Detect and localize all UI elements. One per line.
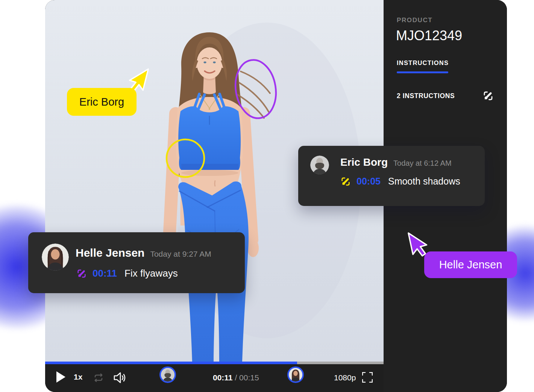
time-display: 00:11 / 00:15 <box>213 373 259 382</box>
volume-button[interactable] <box>113 372 128 384</box>
product-label: PRODUCT <box>397 17 432 24</box>
comment-timecode-link[interactable]: 00:11 <box>93 268 117 279</box>
page: 1x 00:11 / 00:15 1080p <box>0 0 534 392</box>
current-time: 00:11 <box>213 373 233 382</box>
time-separator: / <box>233 373 240 382</box>
quality-button[interactable]: 1080p <box>334 373 356 382</box>
timeline-progress-fill <box>45 362 297 364</box>
player-controls: 1x 00:11 / 00:15 1080p <box>45 364 384 392</box>
annotate-button[interactable] <box>482 90 494 101</box>
play-button[interactable] <box>56 371 65 383</box>
tab-active-underline <box>397 71 448 73</box>
timeline-scrubber[interactable] <box>45 362 384 364</box>
brush-annotate-icon <box>76 268 87 279</box>
brush-annotate-icon <box>340 176 351 187</box>
fullscreen-icon <box>362 372 373 383</box>
avatar-eric <box>310 156 329 174</box>
tab-instructions[interactable]: INSTRUCTIONS <box>397 59 449 67</box>
comment-text: Smooth shadows <box>388 176 460 187</box>
total-duration: 00:15 <box>239 373 259 382</box>
loop-button[interactable] <box>93 373 105 383</box>
brush-annotate-icon <box>482 90 494 101</box>
comment-author: Helle Jensen <box>76 247 144 259</box>
fullscreen-button[interactable] <box>362 372 373 383</box>
comment-card-eric[interactable]: Eric Borg Today at 6:12 AM 00:05 Smooth … <box>298 146 485 206</box>
annotation-yellow-circle <box>164 137 207 180</box>
comment-posted-time: Today at 9:27 AM <box>150 250 211 259</box>
comment-header: Eric Borg Today at 6:12 AM <box>340 156 452 168</box>
playback-speed-button[interactable]: 1x <box>74 372 82 381</box>
comment-timecode-link[interactable]: 00:05 <box>357 176 381 187</box>
cursor-label-helle: Helle Jensen <box>424 251 517 278</box>
avatar-helle-small <box>289 368 302 381</box>
cursor-name: Eric Borg <box>79 96 124 108</box>
comment-text: Fix flyaways <box>124 268 178 279</box>
cursor-name: Helle Jensen <box>439 259 502 271</box>
volume-icon <box>113 372 127 384</box>
annotation-purple-ellipse <box>232 56 280 123</box>
comment-body: 00:11 Fix flyaways <box>76 268 178 279</box>
comment-posted-time: Today at 6:12 AM <box>393 159 452 168</box>
comment-author: Eric Borg <box>340 156 388 168</box>
comment-header: Helle Jensen Today at 9:27 AM <box>76 247 211 259</box>
comment-body: 00:05 Smooth shadows <box>340 176 460 187</box>
comment-card-helle[interactable]: Helle Jensen Today at 9:27 AM 00:11 Fix … <box>28 232 245 293</box>
instructions-count: 2 INSTRUCTIONS <box>397 92 455 100</box>
product-code: MJO12349 <box>396 28 462 44</box>
avatar-eric-small <box>161 368 174 381</box>
timeline-marker-helle[interactable] <box>287 366 304 383</box>
cursor-label-eric: Eric Borg <box>67 88 137 116</box>
play-icon <box>56 371 65 383</box>
repeat-icon <box>93 373 105 383</box>
instructions-header: 2 INSTRUCTIONS <box>397 90 494 101</box>
avatar-helle <box>42 244 69 271</box>
timeline-marker-eric[interactable] <box>159 366 176 383</box>
